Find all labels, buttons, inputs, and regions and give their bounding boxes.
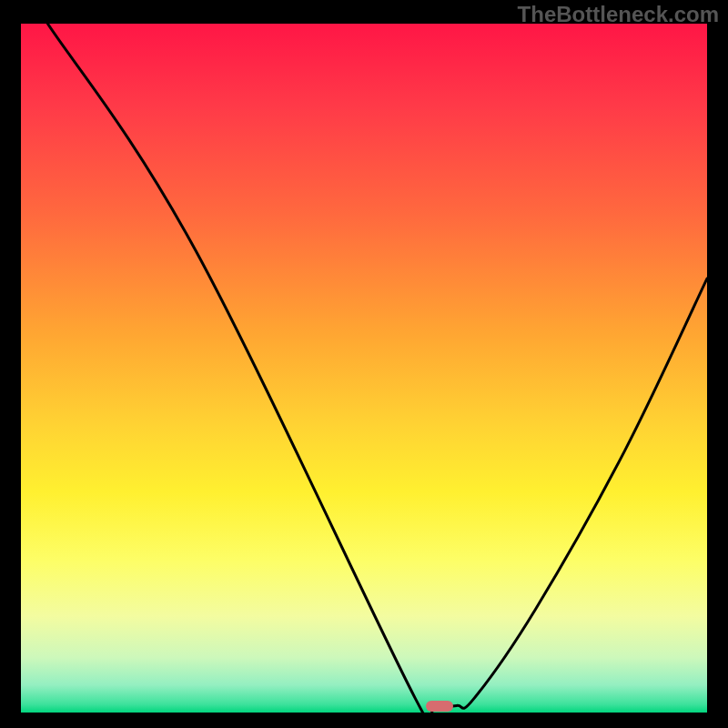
chart-container: TheBottleneck.com bbox=[0, 0, 728, 728]
plot-area bbox=[21, 24, 707, 713]
curve-svg bbox=[21, 24, 707, 713]
optimal-marker bbox=[426, 701, 453, 712]
bottleneck-curve bbox=[47, 24, 707, 713]
watermark-text: TheBottleneck.com bbox=[518, 2, 719, 27]
